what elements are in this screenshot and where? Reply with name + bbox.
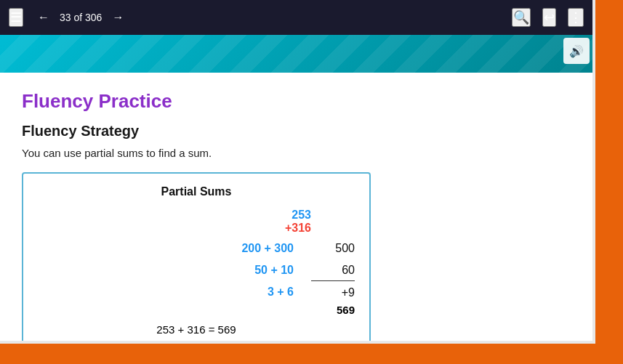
partial-row-2-left: 50 + 10 <box>38 259 311 281</box>
next-page-button[interactable]: → <box>109 8 126 27</box>
total-value: 569 <box>311 304 355 316</box>
partial-sums-title: Partial Sums <box>38 185 355 198</box>
main-window: ☰ ← 33 of 306 → 🔍 ↩ ⋮ 🔊 Fluency Practice… <box>0 0 592 341</box>
partial-sums-box: Partial Sums 253 +316 200 + 300 500 50 +… <box>22 172 371 341</box>
partial-row-1-left: 200 + 300 <box>38 238 311 259</box>
partial-row-3: 3 + 6 +9 <box>38 280 355 304</box>
speaker-icon: 🔊 <box>569 44 584 58</box>
number-253: 253 <box>292 209 311 222</box>
partial-rows: 200 + 300 500 50 + 10 60 3 + 6 +9 569 <box>38 238 355 316</box>
partial-row-1-right: 500 <box>311 238 355 259</box>
search-button[interactable]: 🔍 <box>512 8 531 27</box>
description-text: You can use partial sums to find a sum. <box>22 147 571 159</box>
partial-row-1: 200 + 300 500 <box>38 238 355 259</box>
equation-line: 253 + 316 = 569 <box>38 323 355 336</box>
partial-row-2: 50 + 10 60 <box>38 259 355 281</box>
fluency-practice-title: Fluency Practice <box>22 90 571 113</box>
total-row: 569 <box>38 304 355 316</box>
partial-row-2-right: 60 <box>311 259 355 281</box>
speaker-button[interactable]: 🔊 <box>563 38 590 64</box>
page-info: 33 of 306 <box>60 12 102 23</box>
nav-arrows: ← 33 of 306 → <box>35 8 500 27</box>
teal-banner: 🔊 <box>0 35 592 73</box>
partial-row-3-left: 3 + 6 <box>38 281 311 303</box>
content-area: Fluency Practice Fluency Strategy You ca… <box>0 73 592 341</box>
menu-button[interactable]: ☰ <box>9 8 23 27</box>
more-button[interactable]: ⋮ <box>568 8 584 27</box>
orange-bottom-accent <box>0 344 595 364</box>
prev-page-button[interactable]: ← <box>35 8 52 27</box>
back-button[interactable]: ↩ <box>542 8 556 27</box>
number-316: +316 <box>285 222 311 235</box>
fluency-strategy-heading: Fluency Strategy <box>22 123 571 139</box>
nav-right: 🔍 ↩ ⋮ <box>512 8 584 27</box>
partial-row-3-right: +9 <box>311 280 355 304</box>
orange-side-accent <box>595 0 623 364</box>
nav-bar: ☰ ← 33 of 306 → 🔍 ↩ ⋮ <box>0 0 592 35</box>
